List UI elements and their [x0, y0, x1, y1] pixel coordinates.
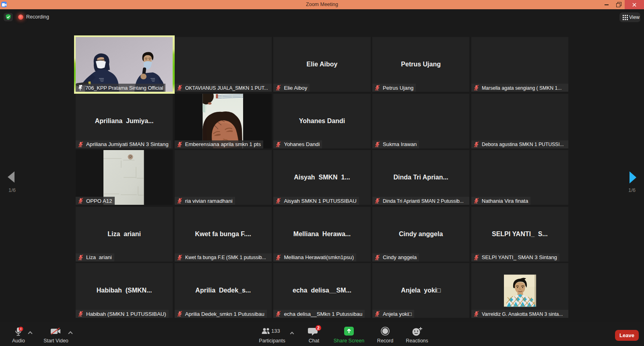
svg-text:2: 2 — [317, 325, 320, 330]
svg-text:133: 133 — [271, 328, 280, 334]
svg-text:!: ! — [21, 327, 22, 331]
